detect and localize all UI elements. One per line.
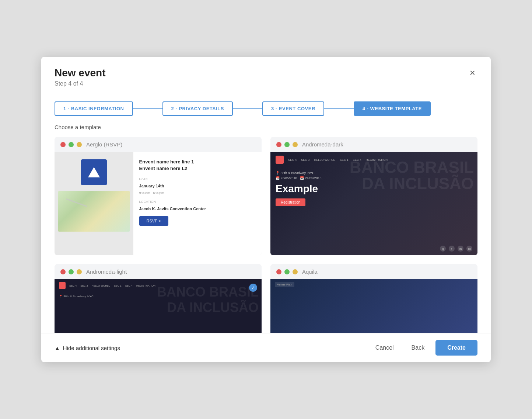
aerglo-left-panel bbox=[55, 152, 133, 255]
aerglo-right-panel: Envent name here line 1 Envent name here… bbox=[133, 152, 262, 255]
footer-actions: Cancel Back Create bbox=[369, 340, 477, 356]
twitter-icon: tw bbox=[466, 246, 472, 252]
linkedin-icon: in bbox=[458, 246, 463, 252]
andromeda-dark-preview-content: BANCO BRASILDA INCLUSÃO SEC 4 SEC 3 HELL… bbox=[270, 152, 477, 255]
step-connector-2 bbox=[233, 108, 262, 109]
andromeda-light-nav-item-5: SEC 4 bbox=[125, 284, 133, 287]
modal-title-group: New event Step 4 of 4 bbox=[55, 67, 106, 87]
aerglo-time-value: 9:00am - 6:00pm bbox=[139, 191, 256, 195]
aerglo-rsvp-button[interactable]: RSVP > bbox=[139, 216, 168, 226]
step4-button[interactable]: 4 - WEBSITE TEMPLATE bbox=[354, 101, 431, 116]
aerglo-location-value: Jacob K. Javits Convention Center bbox=[139, 207, 256, 211]
andromeda-example-title: Example bbox=[276, 183, 472, 195]
aquila-nav: Venue Plan bbox=[270, 279, 477, 290]
cancel-button[interactable]: Cancel bbox=[369, 341, 400, 355]
aerglo-location-label: LOCATION bbox=[139, 200, 256, 204]
dot-yellow-andromeda-light bbox=[77, 269, 82, 274]
andromeda-social-footer: ig f in tw bbox=[440, 246, 472, 252]
aerglo-date-value: January 14th bbox=[139, 184, 256, 188]
aerglo-map bbox=[58, 191, 130, 232]
instagram-icon: ig bbox=[440, 246, 446, 252]
andromeda-light-nav-item-1: SEC 4 bbox=[69, 284, 77, 287]
template-name-aerglo: Aerglo (RSVP) bbox=[86, 141, 122, 148]
aerglo-logo bbox=[81, 159, 107, 185]
template-header-aerglo: Aerglo (RSVP) bbox=[55, 137, 262, 152]
new-event-modal: New event Step 4 of 4 × 1 - BASIC INFORM… bbox=[41, 57, 491, 362]
dot-yellow-aquila bbox=[293, 269, 298, 274]
facebook-icon: f bbox=[449, 246, 455, 252]
template-name-aquila: Aquila bbox=[302, 269, 318, 275]
andromeda-dark-nav: SEC 4 SEC 3 HELLO WORLD SEC 1 SEC 4 REGI… bbox=[270, 152, 477, 167]
aerglo-date-label: DATE bbox=[139, 177, 256, 181]
hide-settings-label: Hide additional settings bbox=[63, 345, 120, 351]
aquila-nav-label: Venue Plan bbox=[275, 282, 294, 287]
andromeda-nav-item-2: SEC 3 bbox=[301, 158, 309, 162]
template-header-andromeda-light: Andromeda-light bbox=[55, 264, 262, 279]
andromeda-registration-button[interactable]: Registration bbox=[276, 198, 305, 206]
aerglo-preview-content: Envent name here line 1 Envent name here… bbox=[55, 152, 262, 255]
dot-green-andromeda-dark bbox=[284, 142, 290, 147]
andromeda-nav-logo bbox=[276, 156, 284, 164]
aerglo-logo-triangle bbox=[88, 167, 100, 177]
template-preview-andromeda-dark: BANCO BRASILDA INCLUSÃO SEC 4 SEC 3 HELL… bbox=[270, 152, 477, 255]
step-connector-1 bbox=[133, 108, 162, 109]
andromeda-light-bg-text: BANCO BRASILDA INCLUSÃO bbox=[157, 284, 262, 315]
step2-button[interactable]: 2 - PRIVACY DETAILS bbox=[162, 101, 233, 116]
section-label: Choose a template bbox=[41, 120, 491, 134]
dot-yellow-andromeda-dark bbox=[293, 142, 298, 147]
dot-red-andromeda-light bbox=[60, 269, 66, 274]
andromeda-light-nav-item-6: REGISTRATION bbox=[136, 284, 155, 287]
back-button[interactable]: Back bbox=[405, 341, 431, 355]
andromeda-location: 📍 38th & Broadway, NYC bbox=[276, 171, 472, 175]
template-name-andromeda-dark: Andromeda-dark bbox=[302, 141, 343, 148]
andromeda-nav-item-6: REGISTRATION bbox=[366, 158, 388, 162]
close-button[interactable]: × bbox=[468, 67, 477, 78]
template-preview-aquila: Venue Plan bbox=[270, 279, 477, 333]
modal-header: New event Step 4 of 4 × bbox=[41, 57, 491, 93]
template-card-andromeda-light[interactable]: Andromeda-light BANCO BRASILDA INCLUSÃO … bbox=[55, 264, 262, 333]
dot-red-aquila bbox=[276, 269, 281, 274]
create-button[interactable]: Create bbox=[435, 340, 477, 356]
dot-red-andromeda-dark bbox=[276, 142, 281, 147]
dot-green-andromeda-light bbox=[69, 269, 74, 274]
steps-bar: 1 - BASIC INFORMATION 2 - PRIVACY DETAIL… bbox=[41, 93, 491, 120]
template-name-andromeda-light: Andromeda-light bbox=[86, 269, 127, 275]
template-header-andromeda-dark: Andromeda-dark bbox=[270, 137, 477, 152]
hide-settings-arrow-icon: ▲ bbox=[55, 345, 60, 351]
template-preview-aerglo: Envent name here line 1 Envent name here… bbox=[55, 152, 262, 255]
template-card-aquila[interactable]: Aquila Venue Plan bbox=[270, 264, 477, 333]
aquila-preview-content: Venue Plan bbox=[270, 279, 477, 333]
aerglo-event-title: Envent name here line 1 Envent name here… bbox=[139, 159, 256, 172]
andromeda-nav-item-4: SEC 1 bbox=[340, 158, 348, 162]
templates-grid: Aerglo (RSVP) Envent name here line 1 En… bbox=[41, 134, 491, 333]
andromeda-dark-content: 📍 38th & Broadway, NYC 📅 23/05/2018 📅 24… bbox=[270, 167, 477, 210]
andromeda-dates: 📅 23/05/2018 📅 24/05/2018 bbox=[276, 176, 472, 180]
template-card-andromeda-dark[interactable]: Andromeda-dark BANCO BRASILDA INCLUSÃO S… bbox=[270, 137, 477, 255]
andromeda-nav-item-1: SEC 4 bbox=[288, 158, 297, 162]
modal-subtitle: Step 4 of 4 bbox=[55, 80, 106, 87]
andromeda-light-nav-item-2: SEC 3 bbox=[80, 284, 88, 287]
dot-green-aerglo bbox=[69, 142, 74, 147]
step3-button[interactable]: 3 - EVENT COVER bbox=[262, 101, 324, 116]
andromeda-light-nav-item-4: SEC 1 bbox=[114, 284, 121, 287]
step1-button[interactable]: 1 - BASIC INFORMATION bbox=[55, 101, 133, 116]
template-preview-andromeda-light: BANCO BRASILDA INCLUSÃO ✓ SEC 4 SEC 3 HE… bbox=[55, 279, 262, 333]
dot-yellow-aerglo bbox=[77, 142, 82, 147]
modal-footer: ▲ Hide additional settings Cancel Back C… bbox=[41, 333, 491, 362]
dot-green-aquila bbox=[284, 269, 290, 274]
template-header-aquila: Aquila bbox=[270, 264, 477, 279]
andromeda-light-nav-logo bbox=[59, 282, 66, 289]
andromeda-light-checkmark: ✓ bbox=[249, 284, 257, 292]
andromeda-light-preview-content: BANCO BRASILDA INCLUSÃO ✓ SEC 4 SEC 3 HE… bbox=[55, 279, 262, 333]
andromeda-nav-item-3: HELLO WORLD bbox=[314, 158, 335, 162]
andromeda-light-nav-item-3: HELLO WORLD bbox=[91, 284, 110, 287]
hide-settings-toggle[interactable]: ▲ Hide additional settings bbox=[55, 345, 120, 351]
template-card-aerglo[interactable]: Aerglo (RSVP) Envent name here line 1 En… bbox=[55, 137, 262, 255]
dot-red-aerglo bbox=[60, 142, 66, 147]
modal-title: New event bbox=[55, 67, 106, 79]
step-connector-3 bbox=[324, 108, 354, 109]
andromeda-nav-item-5: SEC 4 bbox=[353, 158, 361, 162]
